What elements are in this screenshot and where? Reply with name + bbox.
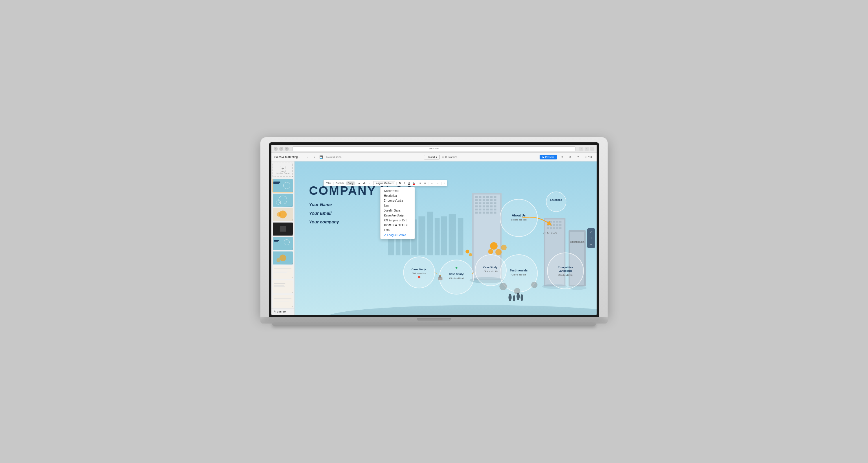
slide-item-1[interactable] xyxy=(273,179,293,192)
svg-rect-67 xyxy=(494,196,496,198)
style-body-btn[interactable]: Body xyxy=(346,181,355,185)
customize-label: ✏ Customize xyxy=(442,156,458,159)
slide-item-6[interactable] xyxy=(273,251,293,265)
toolbar-exit-btn[interactable]: ✕ Exit xyxy=(583,155,594,159)
slide-thumb-7 xyxy=(273,266,293,279)
align-center-btn[interactable]: ≡ xyxy=(423,181,427,185)
svg-text:Click to add text: Click to add text xyxy=(450,277,464,279)
underline-btn[interactable]: U xyxy=(407,181,411,185)
svg-rect-85 xyxy=(494,206,496,207)
svg-point-125 xyxy=(501,245,507,250)
collapse-btn[interactable]: ‹ xyxy=(443,181,446,185)
svg-point-159 xyxy=(469,253,472,256)
font-option-heuristica[interactable]: Heuristica xyxy=(380,193,414,198)
svg-rect-81 xyxy=(479,206,482,207)
font-family-label: League Gothic ▾ xyxy=(375,182,394,185)
font-option-lato[interactable]: Lato xyxy=(380,228,414,233)
indent-less-label: ← xyxy=(431,182,433,185)
zoom-in-btn[interactable]: + xyxy=(589,236,594,241)
toolbar-customize-btn[interactable]: ✏ Customize xyxy=(442,156,458,159)
svg-rect-90 xyxy=(490,209,493,210)
svg-text:OTHER BLDG: OTHER BLDG xyxy=(570,241,585,243)
slide-item-4[interactable] xyxy=(273,222,293,236)
edit-path-label: Edit Path xyxy=(277,310,286,313)
slide-item-7[interactable] xyxy=(273,266,293,279)
font-option-grand-vibes[interactable]: Grand Vibes xyxy=(380,188,414,193)
font-option-kuunshan[interactable]: Kuunshan Script xyxy=(380,213,414,218)
browser-url-bar[interactable]: prezi.com xyxy=(292,147,576,151)
indent-more-btn[interactable]: → xyxy=(435,181,440,185)
slide-item-9[interactable] xyxy=(273,295,293,308)
toolbar-undo-btn[interactable]: ‹ xyxy=(306,155,310,159)
font-size-small-btn[interactable]: A xyxy=(357,182,361,185)
edit-path-btn[interactable]: ✎ Edit Path xyxy=(273,310,293,314)
italic-label: I xyxy=(404,182,405,185)
toolbar-save-icon[interactable]: 💾 xyxy=(319,155,323,159)
toolbar-share-btn[interactable]: ⬆ xyxy=(559,155,565,159)
browser-share-btn[interactable]: ↑ xyxy=(585,147,589,151)
font-option-inconsolata[interactable]: Inconsolata xyxy=(380,198,414,203)
browser-refresh-btn[interactable]: ↻ xyxy=(285,147,289,151)
style-title-btn[interactable]: Title xyxy=(325,181,332,185)
svg-point-18 xyxy=(276,258,280,262)
italic-btn[interactable]: I xyxy=(403,181,406,185)
slide-item-8[interactable] xyxy=(273,280,293,294)
font-option-josefin[interactable]: Josefin Sans xyxy=(380,208,414,213)
align-left-btn[interactable]: ≡ xyxy=(418,181,422,185)
add-slide-btn[interactable]: + Invisible Frame xyxy=(273,163,293,177)
font-minus-btn[interactable]: - xyxy=(368,181,371,185)
fmt-sep-7: | xyxy=(441,182,442,185)
svg-rect-11 xyxy=(280,226,286,232)
svg-rect-95 xyxy=(486,212,489,214)
svg-rect-88 xyxy=(483,209,485,210)
zoom-out-icon: − xyxy=(590,242,592,246)
svg-rect-64 xyxy=(483,196,485,198)
svg-rect-1 xyxy=(273,182,280,183)
browser-forward-btn[interactable]: › xyxy=(279,147,283,151)
font-option-komika[interactable]: KOMIKA TITLE xyxy=(380,223,414,228)
screen-content: ‹ › ↻ prezi.com ↓ ↑ □ Sales & Marketing.… xyxy=(271,145,597,315)
svg-point-129 xyxy=(546,192,566,212)
svg-rect-114 xyxy=(556,227,558,228)
home-icon: ⌂ xyxy=(590,230,592,234)
toolbar-help-btn[interactable]: ? xyxy=(576,155,580,159)
color-btn[interactable]: A xyxy=(412,181,416,185)
slide-item-2[interactable] xyxy=(273,193,293,207)
toolbar-settings-btn[interactable]: ⚙ xyxy=(567,155,573,159)
slide-item-5[interactable] xyxy=(273,237,293,250)
svg-rect-72 xyxy=(490,199,493,201)
indent-less-btn[interactable]: ← xyxy=(429,181,434,185)
svg-rect-68 xyxy=(475,199,478,201)
font-family-dropdown[interactable]: League Gothic ▾ xyxy=(373,181,395,185)
style-body-label: Body xyxy=(347,182,353,185)
style-title-label: Title xyxy=(326,182,331,185)
slides-scroll[interactable]: + Invisible Frame xyxy=(271,161,294,315)
toolbar-present-btn[interactable]: ▶ Present xyxy=(539,155,557,159)
slide-item-3[interactable] xyxy=(273,208,293,221)
svg-rect-106 xyxy=(547,224,549,226)
font-option-kg-empire[interactable]: KG Empire of Dirt xyxy=(380,218,414,223)
home-zoom-btn[interactable]: ⌂ xyxy=(589,229,594,235)
browser-back-btn[interactable]: ‹ xyxy=(274,147,278,151)
zoom-out-btn[interactable]: − xyxy=(589,242,594,247)
svg-rect-109 xyxy=(556,224,558,226)
font-option-league-gothic[interactable]: League Gothic xyxy=(380,233,414,238)
toolbar-redo-btn[interactable]: › xyxy=(312,155,316,159)
browser-window-btn[interactable]: □ xyxy=(590,147,594,151)
slide-panel: + Invisible Frame xyxy=(271,161,294,315)
fmt-sep-5: | xyxy=(416,182,417,185)
svg-rect-78 xyxy=(490,202,493,204)
svg-rect-87 xyxy=(479,209,482,210)
font-option-itim[interactable]: Itim xyxy=(380,203,414,208)
svg-rect-31 xyxy=(274,302,290,302)
toolbar-insert-btn[interactable]: ↑ Insert ▾ xyxy=(424,155,440,159)
svg-point-158 xyxy=(466,250,469,253)
bold-btn[interactable]: B xyxy=(398,181,402,185)
canvas-area[interactable]: OTHER BLDG OTHER BLDG xyxy=(294,161,597,315)
svg-text:OTHER BLDG: OTHER BLDG xyxy=(543,232,557,234)
font-size-large-btn[interactable]: A xyxy=(362,181,367,185)
browser-download-btn[interactable]: ↓ xyxy=(579,147,583,151)
style-subtitle-btn[interactable]: Subtitle xyxy=(335,181,345,185)
screen-bezel: ‹ › ↻ prezi.com ↓ ↑ □ Sales & Marketing.… xyxy=(269,143,599,317)
svg-rect-56 xyxy=(435,218,439,255)
